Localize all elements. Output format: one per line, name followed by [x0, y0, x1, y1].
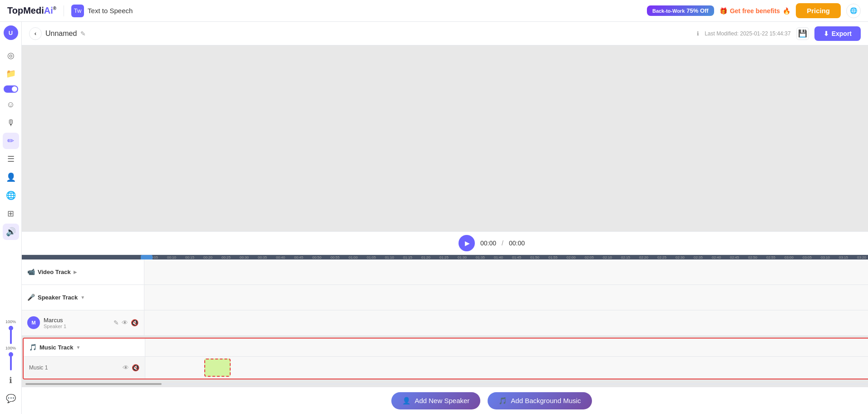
tick-0035: 00:35 — [253, 255, 271, 259]
sidebar-item-face[interactable]: ☺ — [3, 96, 19, 113]
tick-0255: 02:55 — [762, 255, 780, 259]
sidebar-item-microphone[interactable]: 🎙 — [3, 115, 19, 131]
language-button[interactable]: 🌐 — [846, 4, 861, 18]
sidebar-item-person[interactable]: 👤 — [3, 169, 19, 185]
sidebar-item-pen[interactable]: ✏ — [3, 133, 19, 149]
marcus-info: M Marcus Speaker 1 — [27, 316, 66, 329]
add-speaker-icon: 👤 — [402, 397, 411, 405]
add-music-label: Add Background Music — [511, 397, 581, 404]
tick-0125: 01:25 — [435, 255, 453, 259]
compass-icon: ◎ — [7, 50, 15, 60]
fire-icon: 🔥 — [783, 7, 790, 15]
sidebar-item-folder[interactable]: 📁 — [3, 65, 19, 82]
chat-icon: 💬 — [6, 394, 16, 404]
music-item-name: Music 1 — [29, 364, 48, 371]
tick-0130: 01:30 — [453, 255, 471, 259]
ruler-marks: 00:05 00:10 00:15 00:20 00:25 00:30 00:3… — [144, 255, 868, 259]
video-track-row: 📹 Video Track ▶ — [22, 259, 868, 285]
marcus-edit-button[interactable]: ✎ — [113, 319, 119, 326]
marcus-visibility-button[interactable]: 👁 — [122, 319, 128, 326]
volume2-slider[interactable] — [10, 352, 12, 370]
volume2-thumb[interactable] — [9, 352, 13, 357]
marcus-track-content[interactable] — [144, 310, 868, 335]
tick-0120: 01:20 — [417, 255, 435, 259]
music-track-section: 🎵 Music Track ▼ Music 1 👁 — [23, 338, 868, 379]
marcus-role: Speaker 1 — [44, 324, 66, 329]
user-avatar[interactable]: U — [4, 25, 18, 40]
current-time: 00:00 — [480, 239, 496, 247]
time-separator: / — [502, 239, 503, 247]
music-track-chevron: ▼ — [76, 345, 80, 350]
music-track-icon: 🎵 — [29, 344, 37, 351]
sidebar-toggle[interactable] — [4, 85, 18, 93]
tick-0250: 02:50 — [744, 255, 762, 259]
canvas-workspace[interactable]: › — [22, 45, 868, 231]
tick-0225: 02:25 — [653, 255, 671, 259]
speaker-track-header-content[interactable] — [144, 285, 868, 310]
timeline-scroll-thumb[interactable] — [25, 383, 162, 385]
video-track-label-area: 📹 Video Track ▶ — [22, 259, 144, 284]
pricing-button[interactable]: Pricing — [796, 3, 841, 18]
video-track-content[interactable] — [144, 259, 868, 284]
export-button[interactable]: ⬇ Export — [814, 26, 861, 41]
promo-discount: 75% Off — [686, 7, 708, 14]
sidebar-item-info[interactable]: ℹ — [3, 372, 19, 389]
tick-0300: 03:00 — [780, 255, 798, 259]
info-icon: ℹ — [9, 375, 12, 385]
video-track-name: Video Track — [38, 269, 71, 275]
music-data-content[interactable] — [145, 357, 868, 379]
globe-nav-icon: 🌐 — [6, 190, 16, 200]
canvas-area: › ▶ 00:00 / 00:00 − — [22, 45, 868, 414]
music-visibility-button[interactable]: 👁 — [123, 364, 129, 371]
add-background-music-button[interactable]: 🎵 Add Background Music — [488, 392, 592, 409]
sidebar-item-grid[interactable]: ⊞ — [3, 205, 19, 222]
volume1-slider[interactable] — [10, 326, 12, 344]
tick-0205: 02:05 — [580, 255, 598, 259]
marcus-avatar: M — [27, 316, 40, 329]
tick-0115: 01:15 — [399, 255, 417, 259]
info-icon-header: ℹ — [697, 30, 699, 37]
sidebar-item-globe[interactable]: 🌐 — [3, 187, 19, 204]
pen-icon: ✏ — [7, 136, 14, 146]
tick-0305: 03:05 — [798, 255, 816, 259]
timeline-section: 00:00 00:05 00:10 00:15 00:20 00:25 00:3… — [22, 255, 868, 387]
volume1-thumb[interactable] — [9, 326, 13, 330]
list-icon: ☰ — [7, 154, 15, 164]
speaker-track-name: Speaker Track — [38, 294, 78, 301]
speaker-track-header-row: 🎤 Speaker Track ▼ — [22, 285, 868, 310]
music-clip[interactable] — [204, 359, 231, 377]
tick-0320: 03:20 — [853, 255, 868, 259]
tick-0105: 01:05 — [362, 255, 380, 259]
save-icon[interactable]: 💾 — [796, 27, 809, 40]
sidebar-item-list[interactable]: ☰ — [3, 151, 19, 167]
nav-left: TopMediAi® Tw Text to Speech — [7, 5, 133, 17]
sidebar-item-chat[interactable]: 💬 — [3, 390, 19, 407]
tick-0235: 02:35 — [689, 255, 707, 259]
back-button[interactable]: ‹ — [29, 27, 42, 40]
marcus-details: Marcus Speaker 1 — [44, 317, 66, 329]
sub-header: ‹ Unnamed ✎ ℹ Last Modified: 2025-01-22 … — [22, 22, 868, 45]
add-music-icon: 🎵 — [498, 397, 507, 405]
top-navigation: TopMediAi® Tw Text to Speech Back-to-Wor… — [0, 0, 868, 22]
project-edit-icon[interactable]: ✎ — [80, 30, 86, 37]
music-mute-button[interactable]: 🔇 — [132, 364, 139, 371]
video-track-header: 📹 Video Track ▶ — [27, 268, 77, 275]
add-new-speaker-button[interactable]: 👤 Add New Speaker — [391, 392, 480, 409]
sidebar-item-compass[interactable]: ◎ — [3, 47, 19, 64]
grid-icon: ⊞ — [7, 209, 14, 219]
music-track-header-content[interactable] — [145, 339, 868, 356]
promo-banner[interactable]: Back-to-Work 75% Off — [647, 5, 714, 16]
tick-0310: 03:10 — [816, 255, 834, 259]
sidebar-item-tts[interactable]: 🔊 — [3, 224, 19, 240]
marcus-name: Marcus — [44, 317, 66, 324]
free-benefits-button[interactable]: 🎁 Get free benefits 🔥 — [720, 7, 790, 15]
play-icon: ▶ — [465, 239, 470, 247]
timeline-scrollbar[interactable] — [25, 383, 868, 385]
marcus-mute-button[interactable]: 🔇 — [131, 319, 138, 326]
tick-0020: 00:20 — [199, 255, 217, 259]
tick-0110: 01:10 — [380, 255, 399, 259]
tick-0010: 00:10 — [163, 255, 181, 259]
play-button[interactable]: ▶ — [459, 235, 475, 251]
sidebar: U ◎ 📁 ☺ 🎙 ✏ ☰ 👤 🌐 ⊞ 🔊 100% 100% — [0, 22, 22, 414]
tick-0100: 01:00 — [344, 255, 362, 259]
